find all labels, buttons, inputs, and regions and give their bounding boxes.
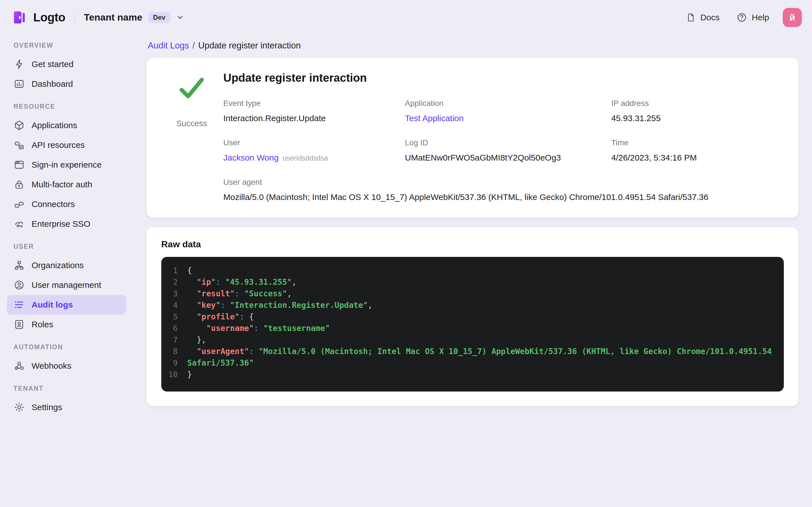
org-chart-icon <box>13 260 25 271</box>
sidebar-item-label: Enterprise SSO <box>32 219 90 229</box>
sidebar-item-api-resources[interactable]: API resources <box>7 135 126 155</box>
sidebar-item-connectors[interactable]: Connectors <box>7 194 126 214</box>
code-text: "result": "Success", <box>187 288 292 299</box>
breadcrumb-audit-logs-link[interactable]: Audit Logs <box>148 41 189 50</box>
sidebar-item-label: API resources <box>32 140 85 150</box>
breadcrumb-current: Update register interaction <box>198 41 301 50</box>
code-text: } <box>187 369 192 380</box>
code-line: 3 "result": "Success", <box>161 288 775 299</box>
field-user: User Jackson Wonguseridsddsdsa <box>223 138 405 163</box>
code-text: "key": "Interaction.Register.Update", <box>187 299 372 311</box>
sidebar-section-automation: AUTOMATIONWebhooks <box>7 343 126 376</box>
sidebar-item-get-started[interactable]: Get started <box>7 54 126 74</box>
sidebar-item-roles[interactable]: Roles <box>7 315 126 334</box>
line-number: 9 <box>161 357 187 369</box>
code-text: "ip": "45.93.31.255", <box>187 276 297 288</box>
list-icon <box>13 299 25 311</box>
sidebar-item-label: Connectors <box>32 200 75 209</box>
sidebar-item-label: User management <box>32 280 101 290</box>
line-number: 7 <box>161 334 187 346</box>
code-line: 7 }, <box>161 334 775 346</box>
sidebar-item-label: Dashboard <box>32 79 73 89</box>
sidebar-item-label: Webhooks <box>32 361 71 371</box>
code-text: "userAgent": "Mozilla/5.0 (Macintosh; In… <box>187 346 772 357</box>
user-id-suffix: useridsddsdsa <box>283 154 328 162</box>
sidebar-section-header: TENANT <box>7 385 126 392</box>
code-line: 4 "key": "Interaction.Register.Update", <box>161 299 775 311</box>
logto-logo-icon <box>11 9 28 26</box>
breadcrumb-separator: / <box>193 41 195 50</box>
sidebar-item-organizations[interactable]: Organizations <box>7 256 126 275</box>
code-line: 6 "username": "testusername" <box>161 323 775 334</box>
sidebar-section-user: USEROrganizationsUser managementAudit lo… <box>7 243 126 334</box>
docs-label: Docs <box>700 13 719 22</box>
code-text: { <box>187 265 192 276</box>
cloud-box-icon <box>13 139 25 151</box>
tenant-name: Tenant name <box>84 12 142 23</box>
line-number: 5 <box>161 311 187 323</box>
user-circle-icon <box>13 279 25 291</box>
field-ip-address: IP address 45.93.31.255 <box>611 99 783 123</box>
page-title: Update register interaction <box>223 71 783 84</box>
sidebar-item-label: Sign-in experience <box>32 160 101 170</box>
avatar-letter: й <box>790 12 795 23</box>
field-log-id: Log ID UMatENw0rFWO5aGbMI8tY2Qol50eOg3 <box>405 138 611 163</box>
user-avatar[interactable]: й <box>783 8 802 27</box>
sidebar-section-resource: RESOURCEApplicationsAPI resourcesSign-in… <box>7 103 126 234</box>
docs-button[interactable]: Docs <box>686 12 719 22</box>
sidebar-section-header: OVERVIEW <box>7 42 126 49</box>
line-number: 2 <box>161 276 187 288</box>
user-link[interactable]: Jackson Wong <box>223 153 278 162</box>
sidebar: OVERVIEWGet startedDashboardRESOURCEAppl… <box>0 35 133 507</box>
sidebar-item-label: Roles <box>32 320 53 329</box>
status-label: Success <box>176 119 207 128</box>
sidebar-item-audit-logs[interactable]: Audit logs <box>7 295 126 315</box>
sidebar-item-label: Multi-factor auth <box>32 180 92 189</box>
field-event-type: Event type Interaction.Register.Update <box>223 99 405 123</box>
logo-text: Logto <box>33 11 65 24</box>
breadcrumb: Audit Logs/Update register interaction <box>148 41 797 51</box>
field-time: Time 4/26/2023, 5:34:16 PM <box>611 138 783 163</box>
badge-person-icon <box>13 319 25 330</box>
gear-icon <box>13 402 25 413</box>
logo[interactable]: Logto <box>11 9 65 26</box>
application-link[interactable]: Test Application <box>405 114 463 123</box>
sidebar-item-dashboard[interactable]: Dashboard <box>7 74 126 94</box>
sidebar-item-label: Applications <box>32 121 77 130</box>
webhook-icon <box>13 360 25 372</box>
sidebar-item-enterprise-sso[interactable]: Enterprise SSO <box>7 214 126 234</box>
tenant-switcher[interactable]: Tenant name Dev <box>84 12 184 23</box>
sidebar-item-multi-factor-auth[interactable]: Multi-factor auth <box>7 175 126 194</box>
fields-grid: Event type Interaction.Register.Update A… <box>223 99 783 202</box>
log-detail-card: Success Update register interaction Even… <box>147 58 799 218</box>
sidebar-item-settings[interactable]: Settings <box>7 397 126 417</box>
raw-data-code-block: 1{2 "ip": "45.93.31.255",3 "result": "Su… <box>161 257 784 392</box>
code-line: 10} <box>161 369 775 380</box>
code-line: 9Safari/537.36" <box>161 357 775 369</box>
sidebar-item-sign-in-experience[interactable]: Sign-in experience <box>7 155 126 175</box>
sidebar-item-applications[interactable]: Applications <box>7 115 126 135</box>
field-user-agent: User agent Mozilla/5.0 (Macintosh; Intel… <box>223 178 783 202</box>
line-number: 6 <box>161 323 187 334</box>
sidebar-section-header: RESOURCE <box>7 103 126 110</box>
topbar-divider <box>74 12 75 22</box>
field-application: Application Test Application <box>405 99 611 123</box>
sidebar-item-label: Settings <box>32 402 62 412</box>
cloud-key-icon <box>13 218 25 230</box>
code-line: 8 "userAgent": "Mozilla/5.0 (Macintosh; … <box>161 346 775 357</box>
help-button[interactable]: Help <box>737 12 769 23</box>
sidebar-item-webhooks[interactable]: Webhooks <box>7 356 126 376</box>
line-number: 3 <box>161 288 187 299</box>
line-number: 8 <box>161 346 187 357</box>
zap-icon <box>13 59 25 70</box>
dashboard-icon <box>13 78 25 90</box>
connectors-icon <box>13 199 25 210</box>
sidebar-item-label: Audit logs <box>32 300 73 309</box>
sidebar-item-user-management[interactable]: User management <box>7 275 126 295</box>
tenant-env-badge: Dev <box>148 12 170 23</box>
line-number: 4 <box>161 299 187 311</box>
question-circle-icon <box>737 12 747 23</box>
line-number: 1 <box>161 265 187 276</box>
lock-icon <box>13 179 25 190</box>
code-text: "username": "testusername" <box>187 323 330 334</box>
